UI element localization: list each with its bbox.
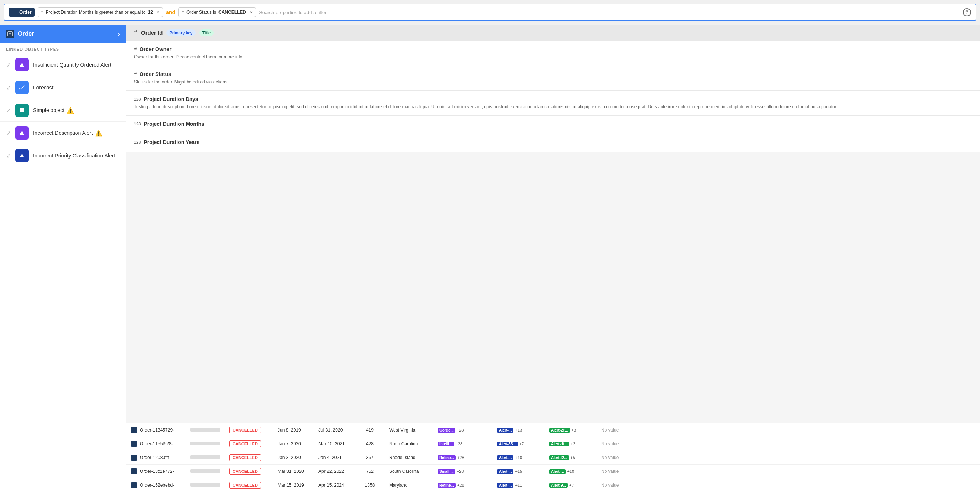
tag-navy-4[interactable]: Alert-... — [497, 469, 514, 474]
svg-point-10 — [22, 157, 22, 158]
cell-state-2: North Carolina — [385, 437, 433, 450]
cell-blurred-3 — [186, 451, 225, 464]
prop-name-months: Project Duration Months — [144, 121, 204, 127]
blurred-value-3 — [191, 455, 220, 459]
tag-count2-4: +15 — [515, 469, 522, 474]
cell-order-id-5: Order-162ebebd- — [127, 479, 186, 490]
sidebar-item-incorrect-priority[interactable]: ⤢ Incorrect Priority Classification Aler… — [0, 144, 126, 167]
tag-count2-2: +7 — [519, 442, 524, 446]
prop-name-status: Order Status — [140, 71, 171, 77]
filter2-close[interactable]: × — [250, 9, 253, 15]
sidebar-header[interactable]: Order › — [0, 25, 126, 43]
status-badge-3: CANCELLED — [229, 454, 261, 461]
cell-status-5: CANCELLED — [225, 479, 273, 490]
tag-purple-5[interactable]: Refine... — [438, 483, 456, 488]
cell-tags3-2: Alert-df... +2 — [545, 438, 597, 450]
sidebar-item-insufficient-quantity[interactable]: ⤢ Insufficient Quantity Ordered Alert — [0, 54, 126, 76]
table-section: Order-11345729- CANCELLED Jun 8, 2019 Ju… — [127, 423, 980, 490]
sidebar-chevron-icon: › — [118, 30, 120, 38]
tag-purple-3[interactable]: Refine... — [438, 455, 456, 460]
quote-icon-header: ❝ — [134, 29, 137, 36]
row-order-id-2: Order-1155f528- — [140, 441, 173, 447]
obj-icon-3 — [15, 104, 29, 117]
cell-date1-3: Jan 3, 2020 — [273, 451, 314, 464]
tag-green-4[interactable]: Alert-... — [549, 469, 566, 474]
tag-purple-4[interactable]: Small ... — [438, 469, 455, 474]
cell-blurred-1 — [186, 424, 225, 436]
sidebar-item-simple-object[interactable]: ⤢ Simple object ⚠️ — [0, 99, 126, 122]
share-icon-4: ⤢ — [6, 129, 11, 137]
tag-count1-1: +28 — [457, 428, 464, 432]
cell-order-id-2: Order-1155f528- — [127, 437, 186, 450]
tag-green-3[interactable]: Alert-f2... — [549, 455, 569, 460]
tag-count3-2: +2 — [571, 442, 576, 446]
table-row[interactable]: Order-12080fff- CANCELLED Jan 3, 2020 Ja… — [127, 451, 980, 464]
prop-desc-owner: Owner for this order. Please contact the… — [134, 54, 972, 60]
cell-novalue-3: No value — [597, 451, 630, 464]
blurred-value-4 — [191, 469, 220, 473]
field-name-order-id: Order Id — [141, 29, 162, 36]
cell-state-3: Rhode Island — [385, 451, 433, 464]
table-row[interactable]: Order-1155f528- CANCELLED Jan 7, 2020 Ma… — [127, 437, 980, 451]
sidebar-item-label-5: Incorrect Priority Classification Alert — [33, 153, 115, 159]
cell-tags2-1: Alert-... +13 — [493, 424, 545, 436]
svg-rect-6 — [20, 108, 24, 112]
table-row[interactable]: Order-11345729- CANCELLED Jun 8, 2019 Ju… — [127, 423, 980, 437]
status-badge-4: CANCELLED — [229, 468, 261, 475]
badge-primary-key: Primary key — [166, 29, 195, 36]
cell-date2-1: Jul 31, 2020 — [314, 424, 355, 436]
cell-novalue-1: No value — [597, 424, 630, 436]
cell-tags3-5: Alert-9... +7 — [545, 479, 597, 490]
help-button[interactable]: ? — [963, 8, 971, 16]
tag-purple-1[interactable]: Gorge... — [438, 428, 455, 433]
row-order-id-1: Order-11345729- — [140, 428, 174, 433]
cell-state-5: Maryland — [385, 479, 433, 490]
prop-name-owner: Order Owner — [140, 46, 172, 52]
cell-date2-2: Mar 10, 2021 — [314, 437, 355, 450]
sidebar: Order › LINKED OBJECT TYPES ⤢ Insufficie… — [0, 25, 127, 490]
tag-navy-3[interactable]: Alert-... — [497, 455, 514, 460]
sidebar-item-label-4: Incorrect Description Alert ⚠️ — [33, 129, 102, 137]
sidebar-item-incorrect-description[interactable]: ⤢ Incorrect Description Alert ⚠️ — [0, 122, 126, 144]
sidebar-item-label-3: Simple object ⚠️ — [33, 107, 74, 114]
sidebar-header-left: Order — [6, 30, 34, 38]
share-icon-5: ⤢ — [6, 152, 11, 160]
tag-green-5[interactable]: Alert-9... — [549, 483, 568, 488]
table-row[interactable]: Order-162ebebd- CANCELLED Mar 15, 2019 A… — [127, 479, 980, 490]
table-row[interactable]: Order-13c2e772- CANCELLED Mar 31, 2020 A… — [127, 464, 980, 479]
obj-icon-5 — [15, 149, 29, 162]
main-container: Order › LINKED OBJECT TYPES ⤢ Insufficie… — [0, 25, 980, 490]
prop-name-days: Project Duration Days — [144, 96, 198, 102]
tag-navy-5[interactable]: Alert-... — [497, 483, 514, 488]
cell-tags3-1: Alert-2e... +8 — [545, 424, 597, 436]
sidebar-item-forecast[interactable]: ⤢ Forecast — [0, 76, 126, 99]
cell-order-id-4: Order-13c2e772- — [127, 464, 186, 478]
filter1-text: Project Duration Months is greater than … — [46, 10, 146, 15]
cell-date2-5: Apr 15, 2024 — [314, 479, 355, 490]
svg-point-5 — [22, 66, 22, 67]
filter2-text: Order Status is — [186, 10, 216, 15]
property-duration-years: 123 Project Duration Years — [127, 134, 980, 152]
tag-green-2[interactable]: Alert-df... — [549, 442, 569, 447]
tag-navy-2[interactable]: Alert-55... — [497, 442, 518, 447]
tag-count3-3: +5 — [570, 455, 575, 460]
filter-pill-2[interactable]: ⠿ Order Status is CANCELLED × — [178, 8, 256, 17]
filter-pill-1[interactable]: ⠿ Project Duration Months is greater tha… — [38, 8, 163, 17]
cell-num-4: 752 — [355, 465, 385, 478]
tag-navy-1[interactable]: Alert-... — [497, 428, 514, 433]
filter-chip-order[interactable]: Order — [9, 8, 35, 17]
sidebar-item-label-2: Forecast — [33, 85, 53, 91]
badge-title: Title — [199, 29, 213, 36]
obj-icon-1 — [15, 58, 29, 72]
property-list: ❝ Order Owner Owner for this order. Plea… — [127, 41, 980, 423]
linked-object-types-label: LINKED OBJECT TYPES — [0, 43, 126, 54]
share-icon-1: ⤢ — [6, 61, 11, 69]
filter1-close[interactable]: × — [157, 9, 160, 15]
tag-count3-1: +8 — [571, 428, 576, 432]
cell-tags1-3: Refine... +28 — [433, 452, 493, 464]
filter-search-placeholder[interactable]: Search properties to add a filter — [259, 10, 960, 15]
tag-purple-2[interactable]: Intelli... — [438, 442, 454, 447]
warning-icon-4: ⚠️ — [95, 129, 102, 137]
tag-count3-4: +10 — [567, 469, 574, 474]
tag-green-1[interactable]: Alert-2e... — [549, 428, 570, 433]
